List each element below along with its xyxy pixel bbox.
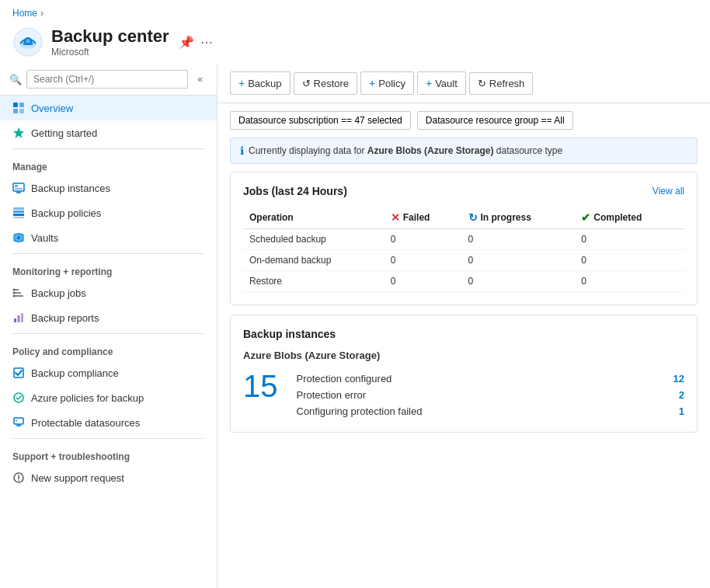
jobs-view-all[interactable]: View all	[653, 186, 684, 197]
info-icon: ℹ	[240, 144, 244, 157]
vault-button[interactable]: + Vault	[417, 71, 466, 95]
jobs-section-title: Jobs (last 24 Hours)	[243, 185, 347, 197]
sidebar-item-backup-instances[interactable]: Backup instances	[0, 176, 217, 200]
main-layout: 🔍 « Overview Getting started Manage	[0, 64, 710, 588]
nav-section-monitoring: Monitoring + reporting	[0, 257, 217, 280]
svg-point-23	[13, 295, 16, 297]
svg-rect-15	[13, 214, 24, 216]
vault-plus-icon: +	[426, 77, 432, 89]
vaults-icon	[12, 231, 25, 244]
failed-cell: 0	[385, 250, 462, 271]
sidebar-item-label-backup-instances: Backup instances	[31, 183, 110, 194]
refresh-button[interactable]: ↻ Refresh	[469, 72, 534, 95]
sidebar-item-backup-jobs[interactable]: Backup jobs	[0, 280, 217, 305]
search-input[interactable]	[26, 70, 188, 89]
failed-cell: 0	[385, 229, 462, 250]
col-completed: ✔ Completed	[575, 207, 684, 229]
backup-instances-title: Backup instances	[243, 328, 336, 340]
restore-button[interactable]: ↺ Restore	[294, 72, 358, 95]
sidebar-item-label-backup-jobs: Backup jobs	[31, 287, 86, 299]
getting-started-icon	[12, 127, 25, 139]
support-request-icon	[12, 471, 25, 484]
sidebar-item-label-backup-reports: Backup reports	[31, 312, 99, 324]
sidebar-item-backup-policies[interactable]: Backup policies	[0, 200, 217, 225]
sidebar-item-label-protectable-datasources: Protectable datasources	[31, 417, 140, 429]
table-row: Scheduled backup 0 0 0	[243, 229, 684, 250]
policy-plus-icon: +	[369, 77, 375, 89]
backup-compliance-icon	[12, 367, 25, 379]
nav-divider-manage	[12, 148, 204, 149]
backup-button[interactable]: + Backup	[230, 71, 291, 95]
breadcrumb-home[interactable]: Home	[12, 8, 37, 19]
more-options-icon[interactable]: ⋯	[200, 35, 213, 50]
svg-point-34	[18, 480, 19, 482]
backup-instances-card: Backup instances Azure Blobs (Azure Stor…	[230, 315, 698, 433]
detail-value[interactable]: 1	[679, 405, 684, 417]
sidebar-item-azure-policies[interactable]: Azure policies for backup	[0, 385, 217, 410]
backup-detail-row: Protection error 2	[297, 387, 685, 403]
sidebar-item-overview[interactable]: Overview	[0, 96, 217, 120]
nav-section-manage: Manage	[0, 152, 217, 176]
sidebar-item-backup-reports[interactable]: Backup reports	[0, 305, 217, 330]
collapse-sidebar-button[interactable]: «	[193, 72, 207, 86]
sidebar-item-protectable-datasources[interactable]: Protectable datasources	[0, 410, 217, 435]
sidebar: 🔍 « Overview Getting started Manage	[0, 64, 218, 588]
in-progress-status-icon: ↻	[468, 211, 478, 224]
sidebar-item-new-support-request[interactable]: New support request	[0, 465, 217, 490]
sidebar-item-getting-started[interactable]: Getting started	[0, 120, 217, 145]
failed-status-icon: ✕	[391, 211, 400, 224]
backup-button-label: Backup	[248, 78, 281, 89]
nav-divider-support	[12, 438, 204, 439]
filter-bar: Datasource subscription == 47 selected D…	[218, 103, 710, 137]
page-title: Backup center	[51, 26, 169, 47]
svg-rect-5	[19, 103, 24, 107]
svg-rect-25	[18, 315, 20, 322]
search-icon: 🔍	[9, 74, 22, 85]
policy-button-label: Policy	[378, 78, 405, 89]
subscription-filter[interactable]: Datasource subscription == 47 selected	[230, 111, 411, 130]
svg-rect-13	[13, 207, 24, 210]
svg-rect-24	[14, 318, 16, 322]
refresh-button-label: Refresh	[489, 78, 525, 89]
detail-label: Protection configured	[297, 373, 392, 384]
app-icon	[12, 26, 44, 57]
col-in-progress: ↻ In progress	[462, 207, 576, 229]
datasource-type-label: Azure Blobs (Azure Storage)	[367, 145, 494, 156]
header-actions: 📌 ⋯	[179, 35, 213, 50]
jobs-card-header: Jobs (last 24 Hours) View all	[243, 185, 684, 197]
resource-group-filter[interactable]: Datasource resource group == All	[417, 111, 573, 130]
completed-status-icon: ✔	[581, 211, 590, 224]
svg-rect-4	[13, 103, 18, 107]
svg-rect-6	[13, 109, 18, 113]
completed-cell: 0	[575, 271, 684, 292]
jobs-table: Operation ✕ Failed ↻ In progress	[243, 207, 684, 292]
svg-rect-26	[21, 313, 23, 322]
header-text: Backup center Microsoft	[51, 26, 169, 57]
svg-rect-8	[13, 183, 24, 191]
backup-instances-count-row: 15 Protection configured 12 Protection e…	[243, 371, 684, 419]
svg-rect-16	[13, 217, 24, 218]
operation-cell: Scheduled backup	[243, 229, 385, 250]
svg-rect-29	[14, 418, 23, 424]
content-area: + Backup ↺ Restore + Policy + Vault ↻ Re…	[218, 64, 710, 588]
detail-value[interactable]: 2	[679, 389, 684, 401]
detail-value[interactable]: 12	[673, 373, 684, 384]
svg-point-3	[26, 39, 30, 43]
sidebar-search-container: 🔍 «	[0, 64, 217, 96]
completed-cell: 0	[575, 250, 684, 271]
policy-button[interactable]: + Policy	[360, 71, 414, 95]
in-progress-cell: 0	[462, 250, 576, 271]
nav-section-policy: Policy and compliance	[0, 337, 217, 360]
backup-instances-subtitle: Azure Blobs (Azure Storage)	[243, 350, 684, 361]
refresh-icon: ↻	[478, 78, 486, 89]
sidebar-item-vaults[interactable]: Vaults	[0, 225, 217, 250]
sidebar-item-label-support-request: New support request	[31, 472, 124, 484]
svg-rect-14	[13, 210, 24, 213]
detail-label: Configuring protection failed	[297, 405, 423, 417]
backup-policies-icon	[12, 207, 25, 219]
table-row: On-demand backup 0 0 0	[243, 250, 684, 271]
backup-reports-icon	[12, 311, 25, 324]
sidebar-item-backup-compliance[interactable]: Backup compliance	[0, 360, 217, 385]
page-header: Backup center Microsoft 📌 ⋯	[0, 22, 710, 64]
pin-icon[interactable]: 📌	[179, 35, 194, 50]
